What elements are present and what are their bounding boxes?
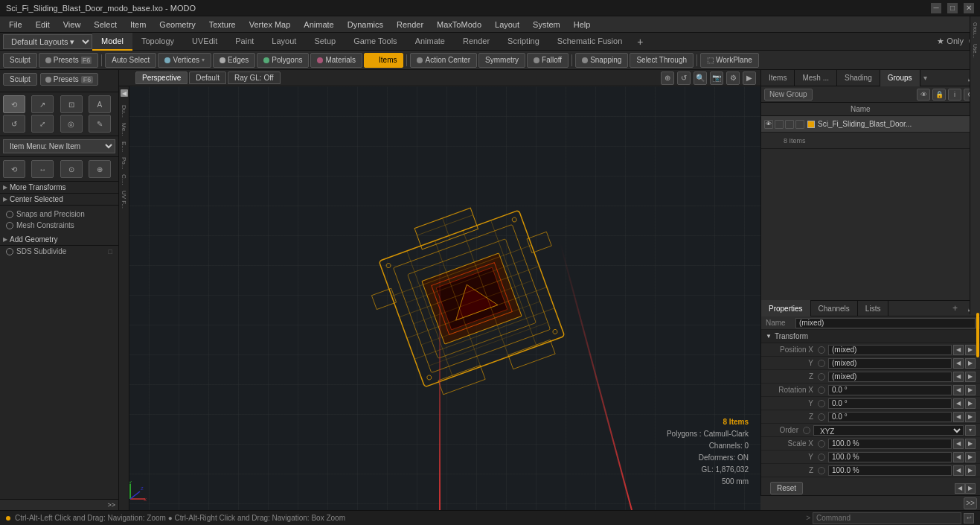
right-tab-mesh[interactable]: Mesh ... (795, 70, 837, 86)
item-lock-icon[interactable] (775, 120, 784, 129)
rt-info-button[interactable]: i (948, 89, 961, 101)
vp-reset-button[interactable]: ↺ (677, 71, 691, 85)
order-arrow[interactable]: ▾ (965, 425, 976, 436)
position-z-arrow-left[interactable]: ◀ (953, 372, 964, 382)
tool-move-button[interactable]: ⟲ (3, 95, 25, 113)
tab-animate[interactable]: Animate (406, 33, 454, 51)
rt-new-group-button[interactable]: New Group (764, 89, 813, 101)
order-select[interactable]: XYZ (813, 425, 964, 436)
menu-select[interactable]: Select (88, 19, 123, 31)
scale-y-dot[interactable] (818, 454, 825, 461)
vp-zoom-button[interactable]: 🔍 (694, 71, 707, 85)
rotation-y-arrow-left[interactable]: ◀ (953, 398, 964, 409)
rotation-x-input[interactable] (828, 385, 952, 395)
viewport-canvas[interactable]: X Y Z 8 Items Polygons : Catmull-Clark C… (119, 86, 760, 510)
position-x-arrow-right[interactable]: ▶ (965, 345, 976, 355)
presets-button[interactable]: Presets F6 (39, 53, 98, 68)
props-add-button[interactable]: + (948, 302, 962, 315)
item-menu-dropdown[interactable]: Item Menu: New Item (3, 139, 115, 153)
rotation-y-dot[interactable] (818, 400, 825, 407)
center-selected-btn[interactable]: ▶ Center Selected (0, 194, 118, 206)
more-transforms-btn[interactable]: ▶ More Transforms (0, 182, 118, 194)
menu-geometry[interactable]: Geometry (153, 19, 201, 31)
scale-z-arrow-right[interactable]: ▶ (965, 465, 976, 476)
menu-texture[interactable]: Texture (203, 19, 242, 31)
strip-label-mesh[interactable]: Me... (121, 123, 127, 136)
position-z-dot[interactable] (818, 373, 825, 381)
sds-subdivide-item[interactable]: SDS Subdivide □ (0, 246, 118, 257)
menu-maxtomodo[interactable]: MaxToModo (431, 19, 487, 31)
position-y-arrow-left[interactable]: ◀ (953, 358, 964, 369)
vertices-button[interactable]: Vertices ▾ (158, 53, 211, 68)
props-tab-properties[interactable]: Properties (761, 300, 811, 316)
rotation-x-arrow-right[interactable]: ▶ (965, 385, 976, 395)
transform-z-button[interactable]: ⊙ (60, 160, 83, 178)
menu-dynamics[interactable]: Dynamics (342, 19, 389, 31)
symmetry-button[interactable]: Symmetry (478, 53, 525, 68)
viewport[interactable]: ◀ Du... Me... E.... Po... C.... UV F... … (119, 70, 760, 510)
workplane-button[interactable]: ⬚ WorkPlane (700, 53, 759, 68)
tool-5-button[interactable]: ✎ (89, 115, 111, 133)
item-vis-icon[interactable] (785, 120, 794, 129)
close-button[interactable]: ✕ (964, 3, 974, 13)
rt-eye-button[interactable]: 👁 (917, 89, 930, 101)
tab-model[interactable]: Model (92, 33, 132, 51)
sculpt-mode-button[interactable]: Sculpt (3, 73, 37, 86)
reset-arrow-left[interactable]: ◀ (955, 483, 965, 494)
rotation-z-arrow-right[interactable]: ▶ (965, 412, 976, 422)
tab-render[interactable]: Render (454, 33, 499, 51)
falloff-button[interactable]: Falloff (527, 53, 569, 68)
items-button[interactable]: Items (364, 53, 403, 68)
sculpt-button[interactable]: Sculpt (3, 53, 37, 68)
menu-item[interactable]: Item (124, 19, 152, 31)
strip-groups-label[interactable]: Grou... (973, 22, 978, 38)
menu-edit[interactable]: Edit (30, 19, 56, 31)
tool-text-button[interactable]: A (89, 95, 111, 113)
tool-2-button[interactable]: ↺ (3, 115, 25, 133)
rotation-x-dot[interactable] (818, 386, 825, 394)
tab-paint[interactable]: Paint (226, 33, 263, 51)
menu-view[interactable]: View (57, 19, 87, 31)
strip-label-dup[interactable]: Du... (121, 105, 127, 118)
reset-arrow-right[interactable]: ▶ (965, 483, 976, 494)
menu-file[interactable]: File (3, 19, 28, 31)
right-tab-more[interactable]: ▾ (920, 72, 930, 83)
tool-4-button[interactable]: ◎ (60, 115, 83, 133)
right-tab-shading[interactable]: Shading (837, 70, 880, 86)
position-z-arrow-right[interactable]: ▶ (965, 372, 976, 382)
scale-x-arrow-left[interactable]: ◀ (953, 439, 964, 449)
right-tab-groups[interactable]: Groups (880, 70, 920, 86)
vp-settings-button[interactable]: ⚙ (726, 71, 740, 85)
strip-label-e[interactable]: E.... (121, 141, 127, 152)
position-z-input[interactable] (828, 372, 952, 382)
tool-3-button[interactable]: ⤢ (31, 115, 54, 133)
mesh-constraints-item[interactable]: Mesh Constraints (0, 220, 118, 231)
item-row-count[interactable]: 8 Items (761, 133, 980, 149)
scale-y-input[interactable] (828, 452, 952, 462)
scale-y-arrow-left[interactable]: ◀ (953, 452, 964, 462)
transform-w-button[interactable]: ⊕ (89, 160, 111, 178)
menu-vertex-map[interactable]: Vertex Map (243, 19, 297, 31)
add-geometry-btn[interactable]: ▶ Add Geometry (0, 234, 118, 246)
right-tab-items[interactable]: Items (761, 70, 795, 86)
scale-x-input[interactable] (828, 439, 952, 449)
select-through-button[interactable]: Select Through (630, 53, 694, 68)
presets-mode-button[interactable]: Presets F6 (40, 73, 98, 86)
scale-z-dot[interactable] (818, 467, 825, 474)
layout-dropdown[interactable]: Default Layouts ▾ (3, 34, 92, 49)
scale-z-arrow-left[interactable]: ◀ (953, 465, 964, 476)
position-x-input[interactable] (828, 345, 952, 355)
rt-lock-button[interactable]: 🔒 (932, 89, 946, 101)
vp-perspective-tab[interactable]: Perspective (135, 71, 188, 84)
tab-setup[interactable]: Setup (305, 33, 345, 51)
action-center-button[interactable]: Action Center (410, 53, 477, 68)
props-tab-lists[interactable]: Lists (858, 300, 889, 316)
item-render-icon[interactable] (795, 120, 804, 129)
order-dot[interactable] (803, 427, 810, 434)
tab-uvedit[interactable]: UVEdit (183, 33, 226, 51)
tab-add-button[interactable]: + (631, 34, 649, 50)
transform-y-button[interactable]: ↔ (31, 160, 54, 178)
scale-z-input[interactable] (828, 465, 952, 476)
vp-camera-button[interactable]: 📷 (710, 71, 723, 85)
strip-toggle-1[interactable]: ◀ (121, 89, 128, 97)
